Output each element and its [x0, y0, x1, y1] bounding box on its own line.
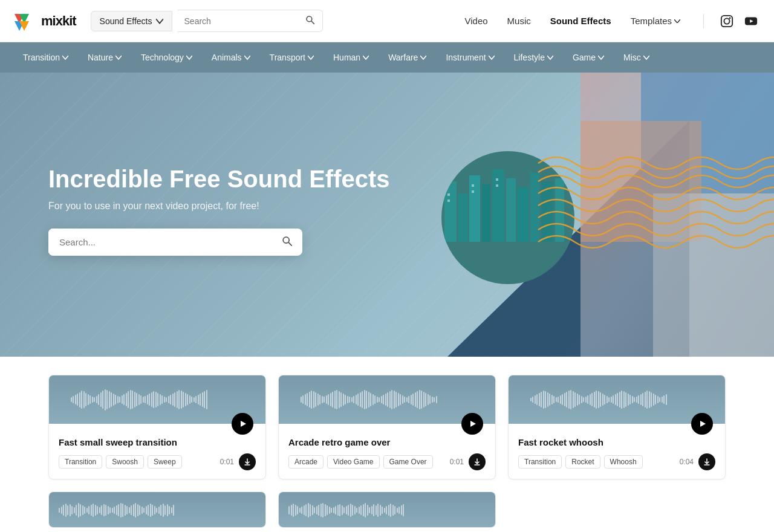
track-duration-2: 0:01: [450, 453, 486, 470]
nav-sound-effects[interactable]: Sound Effects: [542, 11, 620, 31]
waveform-bars-1: [71, 389, 244, 410]
svg-rect-18: [444, 181, 457, 242]
tag-transition-3[interactable]: Transition: [518, 455, 562, 469]
waveform-bars-2: [301, 390, 473, 409]
play-button-3[interactable]: [691, 413, 713, 435]
svg-line-35: [288, 242, 291, 245]
download-button-1[interactable]: [239, 453, 256, 470]
category-bar: Transition Nature Technology Animals Tra…: [0, 42, 774, 73]
svg-rect-21: [482, 184, 490, 242]
cat-chevron-icon: [244, 54, 250, 60]
tag-rocket[interactable]: Rocket: [565, 455, 600, 469]
track-title-2: Arcade retro game over: [288, 437, 486, 447]
svg-point-8: [729, 17, 731, 19]
hero-content: Incredible Free Sound Effects For you to…: [48, 164, 390, 256]
social-icons: [718, 13, 759, 30]
svg-rect-23: [506, 178, 516, 242]
svg-marker-37: [470, 421, 476, 427]
tag-game-over[interactable]: Game Over: [383, 455, 433, 469]
main-nav: Video Music Sound Effects Templates: [457, 11, 689, 31]
search-input-wrap: [177, 10, 323, 32]
partial-bars-1: [59, 498, 216, 522]
search-icon: [282, 236, 293, 247]
download-button-3[interactable]: [698, 453, 715, 470]
track-title-1: Fast small sweep transition: [59, 437, 256, 447]
cat-transition[interactable]: Transition: [15, 48, 77, 67]
header: mixkit Sound Effects Video Music Sound E…: [0, 0, 774, 42]
track-tags-2: Arcade Video Game Game Over 0:01: [288, 453, 486, 470]
tag-swoosh[interactable]: Swoosh: [106, 455, 144, 469]
youtube-icon[interactable]: [743, 13, 759, 30]
cat-technology[interactable]: Technology: [132, 48, 201, 67]
cat-lifestyle[interactable]: Lifestyle: [506, 48, 562, 67]
cat-chevron-icon: [489, 54, 495, 60]
track-card-2: Arcade retro game over Arcade Video Game…: [278, 375, 496, 479]
instagram-icon[interactable]: [718, 13, 735, 30]
svg-rect-25: [530, 172, 539, 242]
hero-subtitle: For you to use in your next video projec…: [48, 201, 390, 212]
track-info-3: Fast rocket whoosh Transition Rocket Who…: [509, 424, 725, 479]
nav-video[interactable]: Video: [457, 11, 496, 31]
cat-chevron-icon: [62, 54, 68, 60]
tag-video-game[interactable]: Video Game: [327, 455, 380, 469]
cat-warfare[interactable]: Warfare: [380, 48, 435, 67]
tag-transition-1[interactable]: Transition: [59, 455, 102, 469]
cat-human[interactable]: Human: [325, 48, 377, 67]
search-button[interactable]: [298, 10, 322, 31]
track-card-3: Fast rocket whoosh Transition Rocket Who…: [508, 375, 726, 479]
cat-instrument[interactable]: Instrument: [437, 48, 502, 67]
chevron-down-icon: [156, 18, 163, 25]
tracks-section: Fast small sweep transition Transition S…: [0, 357, 774, 532]
download-button-2[interactable]: [469, 453, 486, 470]
svg-rect-31: [472, 190, 474, 193]
hero-decoration: [351, 73, 774, 357]
hero-search-button[interactable]: [272, 229, 302, 256]
play-button-1[interactable]: [232, 413, 253, 435]
track-waveform-2: [279, 375, 495, 424]
partial-track-1: [48, 491, 266, 528]
track-waveform-3: [509, 375, 725, 424]
tag-arcade[interactable]: Arcade: [288, 455, 324, 469]
partial-track-2: [278, 491, 496, 528]
cat-chevron-icon: [308, 54, 314, 60]
tag-sweep[interactable]: Sweep: [148, 455, 182, 469]
track-duration-1: 0:01: [220, 453, 256, 470]
logo-text: mixkit: [41, 13, 76, 29]
partial-bars-2: [288, 498, 446, 522]
nav-music[interactable]: Music: [499, 11, 539, 31]
tag-whoosh[interactable]: Whoosh: [604, 455, 643, 469]
logo-icon: [15, 9, 39, 33]
play-button-2[interactable]: [461, 413, 483, 435]
hero-section: Incredible Free Sound Effects For you to…: [0, 73, 774, 357]
svg-rect-33: [496, 184, 498, 187]
search-input[interactable]: [177, 11, 298, 31]
track-info-2: Arcade retro game over Arcade Video Game…: [279, 424, 495, 479]
svg-rect-20: [469, 175, 480, 242]
nav-templates[interactable]: Templates: [622, 11, 689, 31]
search-icon: [305, 15, 315, 25]
svg-rect-29: [447, 199, 450, 202]
svg-rect-6: [721, 15, 732, 26]
track-duration-3: 0:04: [680, 453, 715, 470]
cat-misc[interactable]: Misc: [615, 48, 658, 67]
svg-rect-19: [458, 193, 467, 242]
hero-search-input[interactable]: [48, 229, 272, 256]
svg-marker-36: [241, 421, 246, 427]
track-card-1: Fast small sweep transition Transition S…: [48, 375, 266, 479]
nav-divider: [703, 14, 704, 28]
category-dropdown[interactable]: Sound Effects: [91, 11, 172, 31]
dropdown-label: Sound Effects: [100, 16, 152, 26]
cat-nature[interactable]: Nature: [79, 48, 130, 67]
cat-chevron-icon: [598, 54, 604, 60]
waveform-bars-3: [530, 390, 703, 409]
svg-marker-38: [700, 421, 706, 427]
cat-game[interactable]: Game: [564, 48, 613, 67]
svg-rect-28: [447, 193, 450, 196]
hero-title: Incredible Free Sound Effects: [48, 164, 390, 193]
logo[interactable]: mixkit: [15, 9, 76, 33]
cat-chevron-icon: [547, 54, 553, 60]
cat-chevron-icon: [186, 54, 192, 60]
svg-point-7: [724, 18, 729, 24]
cat-animals[interactable]: Animals: [203, 48, 259, 67]
cat-transport[interactable]: Transport: [261, 48, 322, 67]
